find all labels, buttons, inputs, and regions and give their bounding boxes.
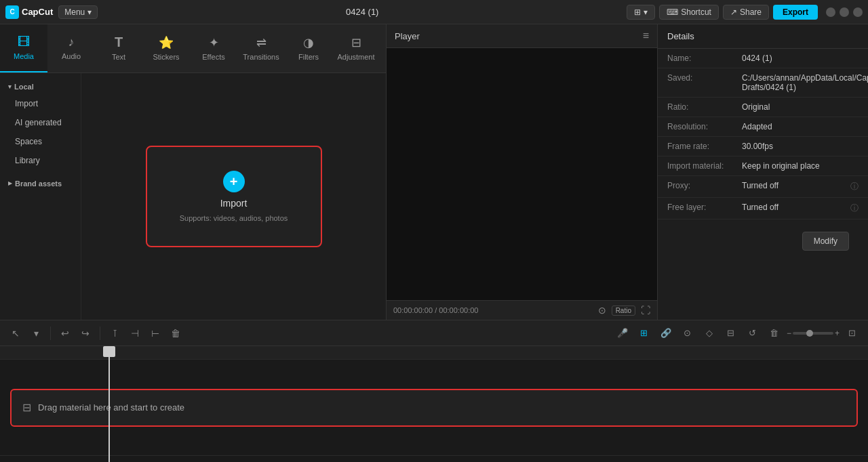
link-button[interactable]: 🔗 bbox=[656, 324, 675, 343]
tab-audio-label: Audio bbox=[62, 52, 81, 60]
snap-button[interactable]: ⊞ bbox=[635, 324, 654, 343]
export-button[interactable]: Export bbox=[773, 5, 818, 20]
zoom-control: − + bbox=[787, 329, 840, 338]
detail-resolution-key: Resolution: bbox=[667, 122, 742, 131]
ruler-head bbox=[103, 346, 115, 357]
tab-filters[interactable]: ◑ Filters bbox=[285, 24, 332, 72]
arrow-icon: ▾ bbox=[8, 83, 12, 90]
arrow-brand-icon: ▸ bbox=[8, 179, 12, 188]
detail-framerate-key: Frame rate: bbox=[667, 142, 742, 151]
tab-media[interactable]: 🎞 Media bbox=[0, 24, 47, 72]
detail-saved-row: Saved: C:/Users/annan/AppData/Local/CapC… bbox=[658, 68, 868, 98]
grid-button[interactable]: ⊟ bbox=[722, 324, 741, 343]
timeline-scrollbar[interactable] bbox=[0, 455, 868, 462]
tab-media-label: Media bbox=[14, 52, 34, 60]
unlink-button[interactable]: ⊙ bbox=[678, 324, 697, 343]
split-button[interactable]: ⊺ bbox=[106, 324, 123, 342]
modify-button[interactable]: Modify bbox=[802, 232, 849, 251]
sidebar-item-import[interactable]: Import bbox=[4, 95, 77, 112]
detail-freelayer-row: Free layer: Turned off ⓘ bbox=[658, 198, 868, 219]
zoom-thumb bbox=[806, 330, 813, 337]
detail-resolution-row: Resolution: Adapted bbox=[658, 117, 868, 137]
undo-button[interactable]: ↩ bbox=[56, 324, 74, 342]
detail-import-material-row: Import material: Keep in original place bbox=[658, 156, 868, 176]
close-button[interactable]: ✕ bbox=[853, 7, 863, 17]
timeline-toolbar: ↖ ▾ ↩ ↪ ⊺ ⊣ ⊢ 🗑 🎤 ⊞ 🔗 ⊙ ◇ ⊟ ↺ 🗑 − + ⊡ bbox=[0, 320, 868, 346]
microphone-button[interactable]: 🎤 bbox=[613, 324, 632, 343]
cursor-dropdown-button[interactable]: ▾ bbox=[27, 324, 45, 342]
zoom-in-icon[interactable]: + bbox=[835, 329, 840, 338]
player-buttons: ⊙ Ratio ⛶ bbox=[598, 305, 650, 316]
cursor-tool-button[interactable]: ↖ bbox=[7, 324, 24, 342]
resolution-icon: ⊞ bbox=[634, 7, 641, 17]
import-box[interactable]: + Import Supports: videos, audios, photo… bbox=[146, 146, 322, 247]
drop-zone[interactable]: ⊟ Drag material here and start to create bbox=[10, 389, 858, 427]
main-layout: 🎞 Media ♪ Audio T Text ⭐ Stickers ✦ Effe… bbox=[0, 24, 868, 320]
player-viewport bbox=[387, 48, 657, 300]
sidebar-section-local[interactable]: ▾ Local bbox=[0, 80, 81, 93]
filters-icon: ◑ bbox=[303, 35, 314, 50]
detail-proxy-key: Proxy: bbox=[667, 181, 742, 190]
trim-left-button[interactable]: ⊣ bbox=[126, 324, 144, 342]
media-icon: 🎞 bbox=[18, 35, 30, 49]
sidebar-item-library[interactable]: Library bbox=[4, 152, 77, 169]
menu-button[interactable]: Menu ▾ bbox=[58, 5, 98, 19]
tab-transitions[interactable]: ⇌ Transitions bbox=[237, 24, 285, 72]
details-panel: Details Name: 0424 (1) Saved: C:/Users/a… bbox=[658, 24, 868, 320]
stickers-icon: ⭐ bbox=[159, 35, 174, 50]
tab-audio[interactable]: ♪ Audio bbox=[47, 24, 95, 72]
tab-adjustment[interactable]: ⊟ Adjustment bbox=[332, 24, 380, 72]
tab-stickers[interactable]: ⭐ Stickers bbox=[142, 24, 190, 72]
timeline-tracks: ⊟ Drag material here and start to create bbox=[0, 360, 868, 455]
player-title: Player bbox=[395, 31, 420, 41]
top-bar: C CapCut Menu ▾ 0424 (1) ⊞ ▾ ⌨ Shortcut … bbox=[0, 0, 868, 24]
delete-button[interactable]: 🗑 bbox=[167, 324, 184, 342]
fit-to-screen-button[interactable]: ⊡ bbox=[842, 324, 861, 343]
trash-button[interactable]: 🗑 bbox=[765, 324, 784, 343]
shortcut-button[interactable]: ⌨ Shortcut bbox=[659, 5, 719, 20]
tab-text[interactable]: T Text bbox=[95, 24, 142, 72]
drop-text: Drag material here and start to create bbox=[38, 402, 184, 413]
detail-ratio-key: Ratio: bbox=[667, 102, 742, 112]
detail-resolution-value: Adapted bbox=[742, 122, 859, 131]
resolution-button[interactable]: ⊞ ▾ bbox=[627, 5, 655, 20]
trim-right-button[interactable]: ⊢ bbox=[146, 324, 164, 342]
tab-stickers-label: Stickers bbox=[153, 53, 179, 61]
zoom-out-icon[interactable]: − bbox=[787, 329, 791, 338]
tab-effects[interactable]: ✦ Effects bbox=[190, 24, 237, 72]
maximize-button[interactable]: □ bbox=[840, 7, 849, 17]
redo-button[interactable]: ↪ bbox=[77, 324, 94, 342]
logo: C CapCut bbox=[5, 5, 53, 19]
player-header: Player ≡ bbox=[387, 24, 657, 48]
detail-name-row: Name: 0424 (1) bbox=[658, 49, 868, 68]
zoom-track[interactable] bbox=[793, 332, 833, 335]
detail-name-key: Name: bbox=[667, 54, 742, 63]
player-time-current: 00:00:00:00 / 00:00:00:00 bbox=[393, 306, 478, 314]
detail-saved-value: C:/Users/annan/AppData/Local/CapCut Draf… bbox=[742, 73, 868, 92]
history-button[interactable]: ↺ bbox=[743, 324, 762, 343]
logo-text: CapCut bbox=[22, 7, 53, 17]
tab-adjustment-label: Adjustment bbox=[337, 53, 374, 61]
sidebar-section-brand[interactable]: ▸ Brand assets bbox=[0, 176, 81, 190]
detail-import-material-value: Keep in original place bbox=[742, 161, 859, 171]
transitions-icon: ⇌ bbox=[256, 35, 267, 50]
minimize-button[interactable]: ─ bbox=[826, 7, 835, 17]
ratio-button[interactable]: Ratio bbox=[612, 306, 635, 316]
window-controls: ─ □ ✕ bbox=[826, 7, 863, 17]
tab-effects-label: Effects bbox=[202, 53, 224, 61]
timeline-ruler bbox=[0, 346, 868, 360]
import-area-wrapper: + Import Supports: videos, audios, photo… bbox=[81, 73, 386, 320]
freelayer-info-icon[interactable]: ⓘ bbox=[850, 203, 859, 214]
share-icon: ↗ bbox=[730, 7, 737, 17]
share-button[interactable]: ↗ Share bbox=[723, 5, 769, 20]
sidebar-item-spaces[interactable]: Spaces bbox=[4, 133, 77, 150]
sidebar-item-ai[interactable]: AI generated bbox=[4, 114, 77, 131]
player-menu-icon[interactable]: ≡ bbox=[643, 30, 649, 42]
player-controls: 00:00:00:00 / 00:00:00:00 ⊙ Ratio ⛶ bbox=[387, 300, 657, 320]
adjustment-icon: ⊟ bbox=[351, 35, 361, 50]
fullscreen-icon[interactable]: ⛶ bbox=[641, 305, 650, 316]
proxy-info-icon[interactable]: ⓘ bbox=[850, 181, 859, 192]
fullscreen-safe-icon[interactable]: ⊙ bbox=[598, 305, 606, 316]
timeline-right-controls: 🎤 ⊞ 🔗 ⊙ ◇ ⊟ ↺ 🗑 − + ⊡ bbox=[613, 324, 861, 343]
keyframe-button[interactable]: ◇ bbox=[700, 324, 719, 343]
